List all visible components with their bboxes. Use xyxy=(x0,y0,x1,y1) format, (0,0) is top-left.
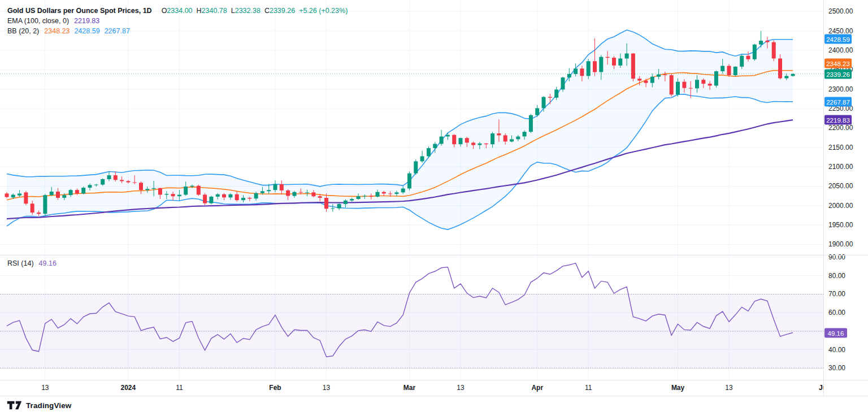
bb-lower-value: 2267.87 xyxy=(105,27,130,35)
candle xyxy=(753,44,757,60)
close-value: 2339.26 xyxy=(270,7,295,15)
candle xyxy=(24,191,28,205)
bottom-border xyxy=(0,396,868,396)
bb-basis-price-badge: 2348.23 xyxy=(824,59,852,68)
chart-canvas[interactable] xyxy=(0,0,823,396)
time-scale[interactable]: 13202411Feb13Mar13Apr11May13Jun xyxy=(0,380,823,396)
candle xyxy=(734,66,737,76)
price-axis-label: 2150.00 xyxy=(828,144,853,151)
time-axis-label: 11 xyxy=(176,384,183,392)
candle xyxy=(772,40,776,61)
bb-indicator-title: BB (20, 2) xyxy=(7,27,39,35)
symbol-title: Gold US Dollars per Ounce Spot Prices, 1… xyxy=(7,7,152,15)
rsi-legend-row[interactable]: RSI (14)49.16 xyxy=(7,259,57,267)
bb-legend-row[interactable]: BB (20, 2)2348.232428.592267.87 xyxy=(7,26,348,36)
time-axis-label: Feb xyxy=(269,384,281,392)
low-value: 2332.38 xyxy=(235,7,261,15)
price-axis-label: 2000.00 xyxy=(828,202,853,210)
time-axis-label: May xyxy=(671,384,684,392)
price-axis-label: 2200.00 xyxy=(828,124,853,132)
rsi-axis-label: 40.00 xyxy=(828,346,845,354)
last-price-badge: 2339.26 xyxy=(824,70,852,79)
candle xyxy=(203,193,207,205)
bb-upper-value: 2428.59 xyxy=(74,27,99,35)
time-axis-label: Mar xyxy=(403,384,415,392)
high-label: H xyxy=(197,7,202,15)
bb-fill-area xyxy=(7,30,793,229)
rsi-value: 49.16 xyxy=(39,259,57,267)
bb-basis-value: 2348.23 xyxy=(44,27,70,35)
rsi-indicator-title: RSI (14) xyxy=(7,259,34,267)
time-axis-label: 13 xyxy=(725,384,732,392)
candle xyxy=(727,64,731,77)
tradingview-logo-icon xyxy=(7,401,22,410)
candle xyxy=(670,74,674,97)
candle xyxy=(209,196,213,205)
time-axis-label: 11 xyxy=(585,384,592,392)
high-value: 2340.78 xyxy=(202,7,227,15)
price-axis-label: 1900.00 xyxy=(828,240,853,248)
bb-lower-price-badge: 2267.87 xyxy=(824,97,852,107)
candle xyxy=(529,114,533,133)
price-axis-label: 2100.00 xyxy=(828,163,853,171)
candle xyxy=(81,187,85,194)
candle xyxy=(440,130,444,146)
candle xyxy=(535,105,539,117)
candle xyxy=(427,146,431,158)
price-scale-border xyxy=(823,0,824,396)
rsi-axis-label: 80.00 xyxy=(828,272,845,280)
time-axis-label: 13 xyxy=(41,384,49,392)
price-axis-label: 2050.00 xyxy=(828,182,853,190)
change-value: +5.26 (+0.23%) xyxy=(299,7,348,15)
candle xyxy=(197,185,201,196)
bb-upper-price-badge: 2428.59 xyxy=(824,34,852,44)
low-label: L xyxy=(231,7,235,15)
price-axis-label: 2500.00 xyxy=(828,7,853,15)
time-axis-label: 13 xyxy=(457,384,464,392)
price-scale[interactable]: 2500.002450.002400.002350.002300.002250.… xyxy=(823,0,868,396)
pane-divider[interactable] xyxy=(0,255,868,255)
price-axis-label: 1950.00 xyxy=(828,221,853,229)
open-value: 2334.00 xyxy=(167,7,192,15)
close-label: C xyxy=(264,7,270,15)
footer-brand[interactable]: TradingView xyxy=(7,399,71,411)
price-axis-label: 2300.00 xyxy=(828,85,853,93)
time-axis-divider xyxy=(0,380,868,380)
open-label: O xyxy=(162,7,167,15)
rsi-axis-label: 60.00 xyxy=(828,309,845,317)
ema-indicator-title: EMA (100, close, 0) xyxy=(7,17,69,25)
candle xyxy=(420,151,424,163)
candle xyxy=(414,159,418,175)
symbol-legend-row[interactable]: Gold US Dollars per Ounce Spot Prices, 1… xyxy=(7,6,348,16)
price-pane xyxy=(0,30,823,229)
time-axis-label: Jun xyxy=(819,384,823,392)
time-axis-label: 2024 xyxy=(121,384,136,392)
ema-legend-row[interactable]: EMA (100, close, 0)2219.83 xyxy=(7,16,348,26)
brand-name: TradingView xyxy=(26,401,71,410)
ema-price-badge: 2219.83 xyxy=(824,115,852,125)
candle xyxy=(714,71,718,88)
price-axis-label: 2400.00 xyxy=(828,46,853,54)
candle xyxy=(43,194,47,216)
rsi-value-badge: 49.16 xyxy=(824,328,847,338)
tradingview-chart-window: 2500.002450.002400.002350.002300.002250.… xyxy=(0,0,868,416)
rsi-pane xyxy=(0,263,823,369)
time-axis-label: 13 xyxy=(323,384,330,392)
candle xyxy=(407,171,411,190)
time-axis-label: Apr xyxy=(531,384,543,392)
rsi-axis-label: 30.00 xyxy=(828,364,845,372)
rsi-axis-label: 70.00 xyxy=(828,290,845,298)
ema-value: 2219.83 xyxy=(74,17,99,25)
candle xyxy=(631,53,635,81)
chart-legend: Gold US Dollars per Ounce Spot Prices, 1… xyxy=(7,6,348,36)
